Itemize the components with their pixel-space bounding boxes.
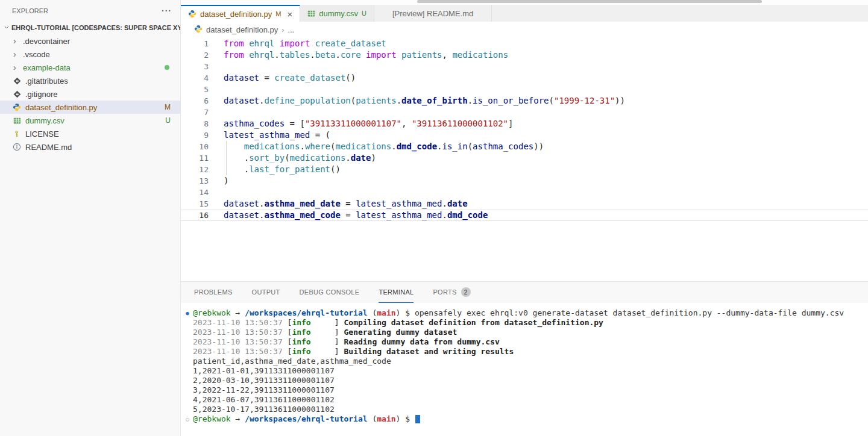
file-item-license[interactable]: LICENSE — [0, 127, 180, 140]
code-line-12[interactable]: 12 .last_for_patient() — [181, 164, 868, 175]
code-text: latest_asthma_med = ( — [209, 129, 330, 141]
code-line-3[interactable]: 3 — [181, 61, 868, 72]
code-line-14[interactable]: 14 — [181, 187, 868, 198]
terminal-cursor — [415, 415, 420, 423]
line-number: 10 — [181, 141, 209, 152]
explorer-title: EXPLORER — [12, 7, 48, 14]
file-item-.gitignore[interactable]: .gitignore — [0, 87, 180, 101]
indent-guide — [226, 141, 227, 152]
code-text: medications.where(medications.dmd_code.i… — [209, 141, 544, 152]
code-line-4[interactable]: 4dataset = create_dataset() — [181, 72, 868, 84]
line-number: 15 — [181, 198, 209, 210]
terminal-line: 5,2023-10-17,39113611000001102 — [181, 405, 868, 414]
tab-dataset-definition.py[interactable]: dataset_definition.pyM× — [181, 5, 300, 22]
line-number: 12 — [181, 164, 209, 175]
code-line-15[interactable]: 15dataset.asthma_med_date = latest_asthm… — [181, 198, 868, 210]
close-icon[interactable]: × — [287, 10, 292, 19]
code-line-5[interactable]: 5 — [181, 84, 868, 95]
code-line-10[interactable]: 10 medications.where(medications.dmd_cod… — [181, 141, 868, 152]
code-line-1[interactable]: 1from ehrql import create_dataset — [181, 38, 868, 49]
tabbar-scrollbar[interactable] — [417, 0, 762, 3]
code-line-11[interactable]: 11 .sort_by(medications.date) — [181, 152, 868, 164]
breadcrumb[interactable]: dataset_definition.py › ... — [181, 22, 868, 38]
python-icon — [194, 25, 203, 35]
git-status-badge: U — [165, 116, 171, 125]
chevron-right-icon: › — [13, 50, 20, 58]
code-text: from ehrql.tables.beta.core import patie… — [209, 49, 508, 61]
panel-tab-label: OUTPUT — [252, 288, 280, 296]
line-number: 13 — [181, 175, 209, 187]
panel-tabbar: PROBLEMSOUTPUTDEBUG CONSOLETERMINALPORTS… — [181, 282, 868, 303]
editor-tabbar: dataset_definition.pyM×dummy.csvU[Previe… — [181, 5, 868, 22]
line-number: 7 — [181, 107, 209, 118]
file-name: README.md — [25, 143, 72, 152]
panel-tab-debug-console[interactable]: DEBUG CONSOLE — [300, 282, 360, 303]
command-idle-dot-icon: ○ — [184, 414, 191, 424]
explorer-root-folder[interactable]: EHRQL-TUTORIAL [CODESPACES: SUPER SPACE … — [0, 21, 180, 34]
panel-tab-label: PROBLEMS — [194, 288, 233, 296]
file-name: example-data — [23, 63, 71, 72]
indent-guide — [226, 164, 227, 175]
code-text: .last_for_patient() — [209, 164, 341, 175]
panel-tab-terminal[interactable]: TERMINAL — [379, 282, 414, 303]
code-line-2[interactable]: 2from ehrql.tables.beta.core import pati… — [181, 49, 868, 61]
file-name: dataset_definition.py — [25, 103, 97, 112]
tab-label: dataset_definition.py — [200, 10, 272, 19]
terminal-line: 2023-11-10 13:50:37 [info ] Generating d… — [181, 328, 868, 337]
file-item-dummy.csv[interactable]: dummy.csvU — [0, 114, 180, 127]
breadcrumb-file[interactable]: dataset_definition.py — [206, 25, 278, 34]
line-number: 16 — [181, 210, 209, 221]
panel-tab-output[interactable]: OUTPUT — [252, 282, 280, 303]
terminal-line: 2023-11-10 13:50:37 [info ] Reading dumm… — [181, 337, 868, 347]
code-line-7[interactable]: 7 — [181, 107, 868, 118]
tabbar-top-strip — [181, 0, 868, 5]
code-line-16[interactable]: 16dataset.asthma_med_code = latest_asthm… — [181, 210, 868, 221]
file-name: LICENSE — [25, 129, 59, 139]
panel-tab-ports[interactable]: PORTS2 — [433, 282, 470, 303]
terminal-line: 2023-11-10 13:50:37 [info ] Compiling da… — [181, 318, 868, 328]
terminal[interactable]: ●@rebkwok → /workspaces/ehrql-tutorial (… — [181, 303, 868, 424]
line-number: 2 — [181, 49, 209, 61]
license-key-icon — [12, 130, 22, 138]
command-success-dot-icon: ● — [184, 308, 191, 318]
code-text: ) — [209, 175, 228, 187]
file-item-dataset-definition.py[interactable]: dataset_definition.pyM — [0, 101, 180, 114]
file-item-example-data[interactable]: ›example-data — [0, 61, 180, 74]
code-text: .sort_by(medications.date) — [209, 152, 376, 164]
file-item-readme.md[interactable]: README.md — [0, 140, 180, 154]
code-line-8[interactable]: 8asthma_codes = ["39113311000001107", "3… — [181, 118, 868, 129]
more-actions-icon[interactable]: ··· — [162, 6, 172, 16]
git-icon — [12, 90, 22, 98]
file-name: .gitignore — [25, 90, 57, 99]
code-line-9[interactable]: 9latest_asthma_med = ( — [181, 129, 868, 141]
line-number: 9 — [181, 129, 209, 141]
tab-dummy.csv[interactable]: dummy.csvU — [300, 5, 374, 22]
tab--preview--readme.md[interactable]: [Preview] README.md — [374, 5, 492, 22]
file-item-.devcontainer[interactable]: ›.devcontainer — [0, 34, 180, 48]
code-text: dataset.define_population(patients.date_… — [209, 95, 625, 107]
line-number: 3 — [181, 61, 209, 72]
line-number: 14 — [181, 187, 209, 198]
panel-tab-label: DEBUG CONSOLE — [300, 288, 360, 296]
python-icon — [188, 10, 197, 18]
git-status-badge: M — [165, 103, 171, 111]
indent-guide — [226, 152, 227, 164]
line-number: 6 — [181, 95, 209, 107]
code-text — [209, 84, 224, 95]
tab-label: dummy.csv — [319, 9, 358, 18]
file-item-.gitattributes[interactable]: .gitattributes — [0, 74, 180, 87]
terminal-line: 1,2021-01-01,39113311000001107 — [181, 366, 868, 376]
code-text: dataset.asthma_med_date = latest_asthma_… — [209, 198, 468, 210]
file-item-.vscode[interactable]: ›.vscode — [0, 48, 180, 61]
code-line-13[interactable]: 13) — [181, 175, 868, 187]
info-icon — [12, 143, 22, 151]
root-folder-label: EHRQL-TUTORIAL [CODESPACES: SUPER SPACE … — [11, 24, 180, 31]
code-line-6[interactable]: 6dataset.define_population(patients.date… — [181, 95, 868, 107]
file-name: .devcontainer — [23, 37, 70, 46]
code-editor[interactable]: 1from ehrql import create_dataset2from e… — [181, 38, 868, 281]
explorer-header: EXPLORER ··· — [0, 0, 180, 21]
breadcrumb-symbol[interactable]: ... — [288, 25, 294, 34]
line-number: 4 — [181, 72, 209, 84]
panel-tab-problems[interactable]: PROBLEMS — [194, 282, 233, 303]
chevron-right-icon: › — [13, 63, 20, 72]
